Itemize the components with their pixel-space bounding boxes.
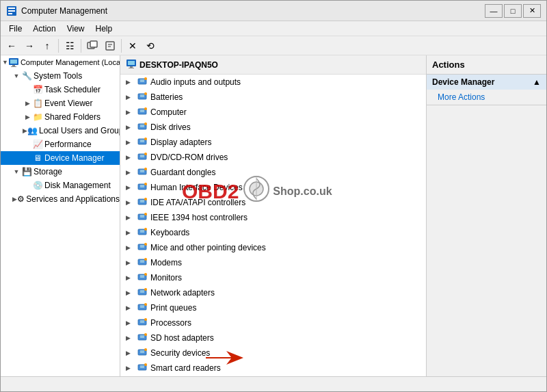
window-controls: — □ ✕ [485,4,541,18]
tree-services[interactable]: ▶ ⚙ Services and Applications [1,192,120,206]
app-icon [6,5,17,16]
device-category-icon [137,241,148,254]
svg-point-40 [144,183,147,185]
device-group-header[interactable]: ▶Security devices [120,346,426,360]
device-group-label: Guardant dongles [150,168,215,177]
menu-help[interactable]: Help [90,23,118,35]
device-group-label: Processors [150,318,191,328]
tree-root[interactable]: ▼ Computer Management (Local [1,55,120,69]
storage-expand: ▼ [12,167,21,177]
svg-point-67 [144,318,147,321]
close-button[interactable]: ✕ [523,4,541,18]
device-category-icon [137,76,148,89]
actions-more-actions[interactable]: More Actions [427,90,546,105]
device-group: ▶SD host adapters [120,330,426,345]
system-tools-icon: 🔧 [21,70,32,81]
svg-rect-54 [140,260,144,263]
tree-storage[interactable]: ▼ 💾 Storage [1,165,120,179]
disk-mgmt-icon: 💿 [32,180,43,191]
actions-section-device-manager-header[interactable]: Device Manager ▲ [427,75,546,90]
device-group-header[interactable]: ▶Network adapters [120,286,426,300]
device-group-label: Batteries [150,92,183,102]
device-category-icon [137,181,148,194]
device-category-icon [137,272,148,285]
device-category-icon [137,287,148,300]
svg-rect-57 [140,275,144,278]
tree-disk-management[interactable]: ▶ 💿 Disk Management [1,179,120,192]
device-group: ▶Display adapters [120,135,426,150]
svg-rect-5 [90,41,97,47]
group-expand-icon: ▶ [126,319,135,326]
system-tools-expand: ▼ [12,71,21,81]
svg-rect-15 [130,66,133,68]
device-group-header[interactable]: ▶Print queues [120,301,426,315]
svg-rect-11 [12,65,15,66]
tree-shared-folders[interactable]: ▶ 📁 Shared Folders [1,110,120,124]
device-group-header[interactable]: ▶IDE ATA/ATAPI controllers [120,196,426,209]
minimize-button[interactable]: — [485,4,503,18]
tree-event-viewer[interactable]: ▶ 📋 Event Viewer [1,96,120,110]
forward-button[interactable]: → [21,38,38,54]
device-group-header[interactable]: ▶Computer [120,105,426,119]
svg-point-64 [144,303,147,306]
device-group: ▶Human Interface Devices [120,180,426,195]
svg-rect-3 [8,13,12,14]
menu-view[interactable]: View [62,23,90,35]
maximize-button[interactable]: □ [504,4,522,18]
tree-system-tools[interactable]: ▼ 🔧 System Tools [1,69,120,83]
device-group-header[interactable]: ▶Batteries [120,90,426,104]
device-group-header[interactable]: ▶Audio inputs and outputs [120,75,426,89]
center-panel: DESKTOP-IPAQN5O ▶Audio inputs and output… [120,55,427,376]
toolbar-separator-3 [121,39,122,53]
device-group-header[interactable]: ▶Disk drives [120,120,426,134]
group-expand-icon: ▶ [126,274,135,281]
up-button[interactable]: ↑ [39,38,55,54]
status-bar [1,376,546,391]
device-group-header[interactable]: ▶Smart card readers [120,361,426,375]
device-category-icon [137,332,148,345]
device-group-label: Print queues [150,303,196,313]
system-tools-label: System Tools [34,71,82,81]
menu-file[interactable]: File [3,23,27,35]
svg-point-34 [144,153,147,155]
device-group-header[interactable]: ▶DVD/CD-ROM drives [120,151,426,164]
properties-button[interactable] [102,38,118,54]
tree-performance[interactable]: ▶ 📈 Performance [1,138,120,151]
tree-device-manager[interactable]: ▶ 🖥 Device Manager [1,151,120,165]
svg-rect-60 [140,290,144,293]
task-scheduler-label: Task Scheduler [44,85,101,94]
device-group-header[interactable]: ▶Human Interface Devices [120,181,426,194]
device-group: ▶DVD/CD-ROM drives [120,150,426,165]
device-group-header[interactable]: ▶Monitors [120,271,426,285]
new-window-button[interactable] [84,38,101,54]
device-group-header[interactable]: ▶Guardant dongles [120,166,426,179]
refresh-button[interactable]: ⟲ [142,38,159,54]
menu-action[interactable]: Action [27,23,61,35]
device-group-header[interactable]: ▶SD host adapters [120,331,426,345]
disk-management-label: Disk Management [44,181,111,190]
device-category-icon [137,211,148,224]
device-category-icon [137,347,148,360]
window-title: Computer Management [21,6,107,16]
tree-task-scheduler[interactable]: ▶ 📅 Task Scheduler [1,83,120,96]
device-group-label: IDE ATA/ATAPI controllers [150,198,245,207]
delete-button[interactable]: ✕ [124,38,141,54]
device-group-header[interactable]: ▶Keyboards [120,226,426,239]
svg-rect-63 [140,305,144,308]
device-group-header[interactable]: ▶Processors [120,316,426,330]
back-button[interactable]: ← [3,38,20,54]
device-group-header[interactable]: ▶Mice and other pointing devices [120,241,426,254]
svg-rect-2 [8,10,15,12]
show-hide-button[interactable]: ☷ [62,38,78,54]
device-group-header[interactable]: ▶IEEE 1394 host controllers [120,211,426,224]
svg-point-22 [144,92,147,95]
device-group-header[interactable]: ▶Display adapters [120,135,426,149]
device-group: ▶Monitors [120,270,426,285]
svg-rect-27 [140,125,144,127]
tree-local-users[interactable]: ▶ 👥 Local Users and Groups [1,124,120,138]
group-expand-icon: ▶ [126,199,135,206]
svg-point-70 [144,333,147,336]
device-group-header[interactable]: ▶Modems [120,256,426,270]
local-users-label: Local Users and Groups [39,126,120,135]
group-expand-icon: ▶ [126,304,135,311]
